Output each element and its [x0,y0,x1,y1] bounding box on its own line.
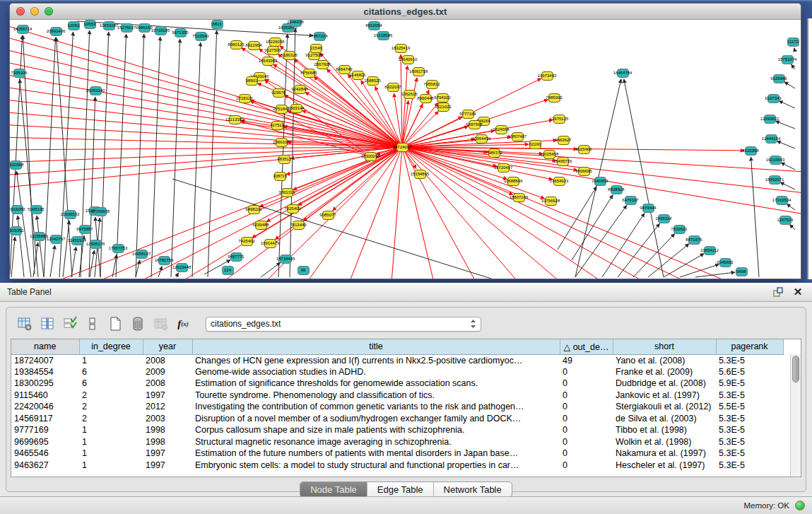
table-cell[interactable]: Genome-wide association studies in ADHD. [192,366,560,378]
table-cell[interactable]: 1997 [143,448,192,460]
vertical-scrollbar[interactable] [790,354,801,477]
graph-node[interactable]: 983511 [278,155,290,164]
merge-columns-icon[interactable] [37,315,57,333]
graph-node[interactable]: 9671355 [175,28,187,37]
graph-node[interactable]: 2246038 [290,20,302,27]
table-cell[interactable]: Embryonic stem cells: a model to study s… [192,460,560,472]
table-cell[interactable]: 1 [79,436,143,448]
table-cell[interactable]: 19384554 [11,366,79,378]
table-row[interactable]: 1830029562008Estimation of significance … [11,378,783,390]
table-cell[interactable]: 22420046 [11,401,79,413]
close-panel-icon[interactable]: ✕ [791,286,805,298]
graph-node[interactable]: 9245652 [719,258,731,267]
table-cell[interactable]: 5.3E-5 [716,460,783,472]
table-cell[interactable]: 1997 [143,460,192,472]
tab-edge-table[interactable]: Edge Table [367,482,434,497]
table-cell[interactable]: 2 [79,390,143,402]
delete-table-icon[interactable] [128,315,148,333]
graph-node[interactable]: 2616050 [11,205,23,214]
graph-node[interactable]: 10553 [84,20,96,29]
graph-node[interactable]: 8938928 [611,185,623,194]
graph-node[interactable]: 20206533 [64,210,76,219]
tab-network-table[interactable]: Network Table [434,482,512,497]
graph-node[interactable]: 7485063 [548,93,560,103]
graph-node[interactable]: 2718126 [239,94,251,103]
graph-node[interactable]: 8471676 [688,235,700,245]
graph-node[interactable]: 2366108 [276,138,288,147]
graph-node[interactable]: 9127503 [267,46,279,55]
column-header-title[interactable]: title [192,339,560,354]
graph-node[interactable]: 12923448 [176,263,188,272]
table-row[interactable]: 911546021997Tourette syndrome. Phenomeno… [11,390,783,402]
graph-node[interactable]: 7955812 [426,80,438,89]
graph-node[interactable]: 18807209 [513,193,525,202]
minimize-traffic-light[interactable] [30,7,39,16]
table-row[interactable]: 969969511998Structural magnetic resonanc… [11,436,783,448]
table-cell[interactable]: 0 [560,436,613,448]
graph-node[interactable]: 16464784 [617,69,629,78]
graph-node[interactable]: 9129966 [773,74,785,83]
graph-node[interactable]: 17016504 [776,196,788,205]
graph-node[interactable]: 16640910 [402,55,414,64]
graph-node[interactable]: 20364456 [476,134,488,144]
graph-node[interactable]: 9115460 [578,145,590,154]
graph-node[interactable]: 7205106 [13,69,25,78]
zoom-traffic-light[interactable] [45,7,53,16]
graph-node[interactable]: 10807487 [512,132,524,141]
table-row[interactable]: 977716911998Corpus callosum shape and si… [11,424,783,436]
hub-graph-node[interactable]: 18724007 [396,143,408,152]
table-cell[interactable]: Wolkin et al. (1998) [613,436,716,448]
rows-icon[interactable] [83,315,102,333]
graph-node[interactable]: 7632621 [673,225,686,234]
graph-node[interactable]: 308715 [274,172,286,181]
graph-node[interactable]: 7613449 [293,221,305,230]
table-cell[interactable]: 2009 [143,366,192,378]
graph-node[interactable]: 10654112 [704,246,716,255]
table-row[interactable]: 1456911722003Disruption of a novel membe… [11,413,783,425]
graph-node[interactable]: 2751843 [276,105,288,114]
column-header-year[interactable]: year [143,339,192,354]
table-cell[interactable]: 1 [79,460,143,472]
graph-node[interactable]: 12505135 [90,240,102,249]
graph-node[interactable]: 10688809 [507,177,519,186]
graph-node[interactable]: 124 [222,266,234,275]
table-cell[interactable]: 9777169 [11,424,79,436]
graph-node[interactable]: 16210643 [770,156,782,165]
table-cell[interactable]: Franke et al. (2009) [613,366,716,378]
graph-node[interactable]: 8990448 [420,94,432,103]
table-selector-combo[interactable]: citations_edges.txt [206,317,481,332]
close-traffic-light[interactable] [16,7,25,16]
graph-node[interactable]: 16961758 [413,67,425,76]
graph-node[interactable]: 13654923 [553,177,565,186]
graph-node[interactable]: 7986372 [488,148,500,158]
table-cell[interactable]: 0 [560,413,613,425]
table-cell[interactable]: 0 [560,378,613,390]
graph-node[interactable]: 15720407 [498,163,510,173]
graph-node[interactable]: 8322037 [387,83,399,92]
graph-node[interactable]: 10653287 [103,21,115,30]
graph-node[interactable]: 12213383 [229,115,241,124]
graph-node[interactable]: 62160 [529,140,541,149]
graph-node[interactable]: 15751074 [782,55,794,64]
table-cell[interactable]: 6 [79,366,143,378]
table-cell[interactable]: 9465546 [11,448,79,460]
graph-node[interactable]: 8912954 [248,41,260,50]
network-canvas[interactable]: 1872400789601238912954182260589127503165… [10,20,801,279]
table-row[interactable]: 946554611997Estimation of the future num… [11,448,783,460]
graph-node[interactable]: 98901 [246,76,258,86]
table-cell[interactable]: Hescheler et al. (1997) [613,460,716,472]
graph-node[interactable]: 8756685 [303,69,315,78]
table-cell[interactable]: Yano et al. (2008) [613,354,716,366]
table-cell[interactable]: 5.6E-5 [716,366,783,378]
new-table-icon[interactable] [105,315,125,333]
graph-node[interactable]: 3624554 [495,125,507,134]
table-cell[interactable]: 2008 [143,378,192,390]
table-cell[interactable]: 2008 [143,354,192,366]
graph-node[interactable]: 10025458 [543,150,555,159]
graph-node[interactable]: 9457771 [230,252,242,262]
table-cell[interactable]: 5.3E-5 [716,413,783,425]
table-cell[interactable]: 2003 [143,413,192,425]
table-cell[interactable]: 1 [79,424,143,436]
table-cell[interactable]: 0 [560,448,613,460]
graph-node[interactable]: 8454749 [339,65,351,74]
